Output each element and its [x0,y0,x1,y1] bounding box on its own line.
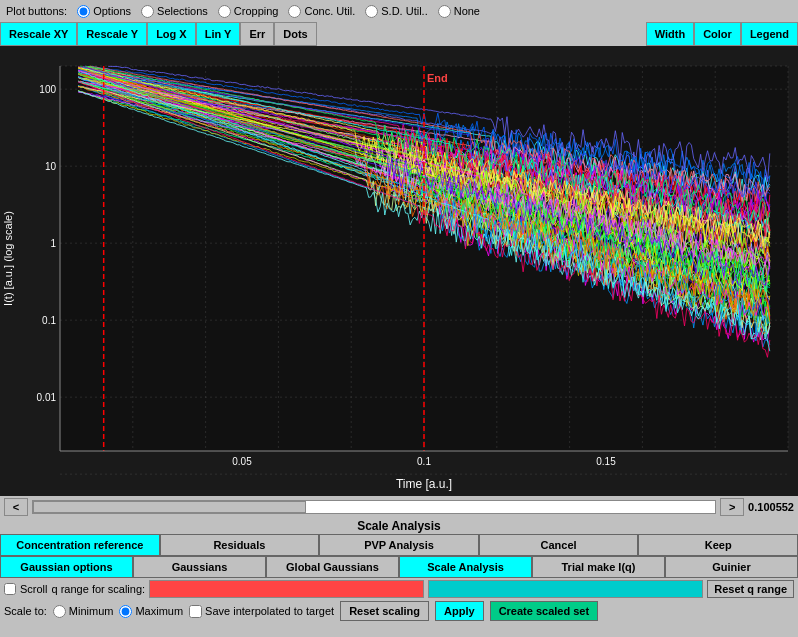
q-min-input[interactable]: 0.0105713 [149,580,424,598]
tab-row-1: Concentration reference Residuals PVP An… [0,534,798,556]
dots-button[interactable]: Dots [274,22,316,46]
scroll-fwd-button[interactable]: > [720,498,744,516]
tab-keep[interactable]: Keep [638,534,798,556]
minimum-radio-label[interactable]: Minimum [53,605,114,618]
tab-row-2: Gaussian options Gaussians Global Gaussi… [0,556,798,578]
scroll-value: 0.100552 [748,501,794,513]
radio-none-text: None [454,5,480,17]
radio-sd-util[interactable] [365,5,378,18]
maximum-radio[interactable] [119,605,132,618]
scale-analysis-text: Scale Analysis [357,519,441,533]
tab-pvp-analysis[interactable]: PVP Analysis [319,534,479,556]
radio-sd-util-text: S.D. Util.. [381,5,427,17]
lin-y-button[interactable]: Lin Y [196,22,241,46]
plot-buttons-label: Plot buttons: [6,5,67,17]
q-range-row: Scroll q range for scaling: 0.0105713 0.… [0,578,798,600]
tab-global-gaussians[interactable]: Global Gaussians [266,556,399,578]
radio-options-label[interactable]: Options [77,5,131,18]
radio-selections-text: Selections [157,5,208,17]
save-interp-checkbox[interactable] [189,605,202,618]
rescale-xy-button[interactable]: Rescale XY [0,22,77,46]
scroll-checkbox[interactable] [4,583,16,595]
scroll-label: Scroll [20,583,48,595]
scroll-back-button[interactable]: < [4,498,28,516]
radio-selections[interactable] [141,5,154,18]
scale-to-row: Scale to: Minimum Maximum Save interpola… [0,600,798,622]
q-max-input[interactable]: 0.100552 [428,580,703,598]
radio-sd-util-label[interactable]: S.D. Util.. [365,5,427,18]
log-x-button[interactable]: Log X [147,22,196,46]
tab-residuals[interactable]: Residuals [160,534,320,556]
rescale-y-button[interactable]: Rescale Y [77,22,147,46]
reset-scaling-button[interactable]: Reset scaling [340,601,429,621]
maximum-radio-label[interactable]: Maximum [119,605,183,618]
plot-buttons-bar: Plot buttons: Options Selections Croppin… [0,0,798,22]
scroll-thumb[interactable] [33,501,306,513]
scroll-row: < > 0.100552 [0,496,798,518]
radio-cropping-text: Cropping [234,5,279,17]
radio-cropping[interactable] [218,5,231,18]
apply-button[interactable]: Apply [435,601,484,621]
tab-gaussians[interactable]: Gaussians [133,556,266,578]
color-button[interactable]: Color [694,22,741,46]
scale-analysis-title: Scale Analysis [0,518,798,534]
save-interpolated-container: Save interpolated to target [189,605,334,618]
scale-to-label: Scale to: [4,605,47,617]
tab-concentration-ref[interactable]: Concentration reference [0,534,160,556]
err-button[interactable]: Err [240,22,274,46]
tab-trial-make[interactable]: Trial make I(q) [532,556,665,578]
radio-none-label[interactable]: None [438,5,480,18]
radio-none[interactable] [438,5,451,18]
radio-conc-util[interactable] [288,5,301,18]
q-range-label: q range for scaling: [52,583,146,595]
chart-area [0,46,798,496]
radio-cropping-label[interactable]: Cropping [218,5,279,18]
legend-button[interactable]: Legend [741,22,798,46]
chart-canvas[interactable] [0,46,798,496]
tab-gaussian-options[interactable]: Gaussian options [0,556,133,578]
button-row: Rescale XY Rescale Y Log X Lin Y Err Dot… [0,22,798,46]
reset-q-range-button[interactable]: Reset q range [707,580,794,598]
radio-options-text: Options [93,5,131,17]
radio-options[interactable] [77,5,90,18]
tab-scale-analysis[interactable]: Scale Analysis [399,556,532,578]
tab-cancel[interactable]: Cancel [479,534,639,556]
maximum-label: Maximum [135,605,183,617]
radio-conc-util-text: Conc. Util. [304,5,355,17]
minimum-label: Minimum [69,605,114,617]
scroll-track[interactable] [32,500,716,514]
tab-guinier[interactable]: Guinier [665,556,798,578]
width-button[interactable]: Width [646,22,694,46]
radio-selections-label[interactable]: Selections [141,5,208,18]
radio-conc-util-label[interactable]: Conc. Util. [288,5,355,18]
create-scaled-set-button[interactable]: Create scaled set [490,601,599,621]
minimum-radio[interactable] [53,605,66,618]
save-interp-label: Save interpolated to target [205,605,334,617]
